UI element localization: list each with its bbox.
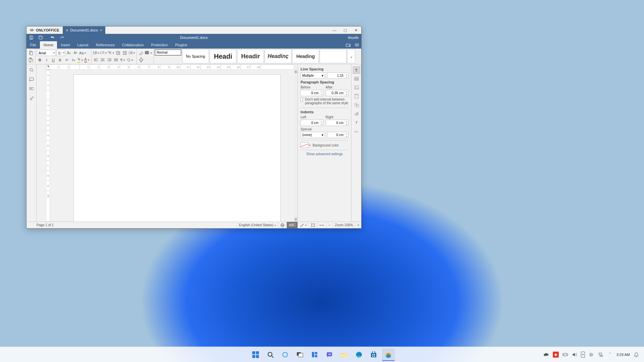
start-button[interactable]	[249, 348, 262, 361]
edge-button[interactable]	[353, 348, 365, 361]
gamepad-icon[interactable]	[562, 352, 568, 358]
style-no-spacing[interactable]: No Spacing	[182, 49, 209, 63]
language-selector[interactable]: English (United States)▴	[237, 222, 278, 228]
view-settings-button[interactable]	[353, 41, 361, 49]
zoom-out-button[interactable]: −	[326, 222, 332, 228]
taskbar-onlyoffice[interactable]	[382, 348, 395, 361]
superscript-button[interactable]: X²	[64, 57, 70, 63]
scroll-up-icon[interactable]: ▴	[294, 70, 298, 74]
volume-icon[interactable]	[572, 352, 578, 358]
battery-icon[interactable]	[588, 352, 594, 358]
background-color-picker[interactable]: ▾	[301, 142, 311, 148]
align-center-button[interactable]	[100, 57, 106, 63]
paragraph-tab-button[interactable]: ¶	[353, 66, 360, 74]
spacing-before-input[interactable]: ▴▾	[301, 90, 324, 96]
app-brand-tab[interactable]: ONLYOFFICE	[26, 26, 63, 34]
zoom-in-button[interactable]: +	[355, 222, 361, 228]
menu-protection[interactable]: Protection	[148, 41, 172, 49]
taskview-button[interactable]	[293, 348, 306, 361]
bullets-button[interactable]	[93, 50, 100, 56]
chat-button[interactable]	[323, 348, 336, 361]
multilevel-button[interactable]	[108, 50, 114, 56]
show-advanced-settings-link[interactable]: Show advanced settings	[301, 152, 348, 156]
horizontal-ruler[interactable]: 21123456789101112131415161718	[49, 64, 294, 70]
search-button[interactable]	[264, 348, 277, 361]
widgets-button[interactable]	[308, 348, 321, 361]
subscript-button[interactable]: X₂	[70, 57, 76, 63]
open-location-button[interactable]	[344, 41, 353, 49]
style-heading5[interactable]	[320, 49, 346, 63]
header-tab-button[interactable]	[353, 93, 360, 100]
special-indent-input[interactable]: ▴▾	[327, 132, 349, 138]
menu-home[interactable]: Home	[40, 41, 57, 49]
menu-layout[interactable]: Layout	[74, 41, 92, 49]
align-left-button[interactable]	[93, 57, 99, 63]
highlight-button[interactable]: ✎	[77, 57, 83, 63]
style-heading4[interactable]: Heading	[292, 49, 319, 63]
vertical-ruler[interactable]: 2112345678910	[46, 70, 50, 222]
chart-tab-button[interactable]	[353, 110, 360, 117]
zoom-indicator[interactable]: Zoom 100%	[332, 222, 355, 228]
comments-button[interactable]	[28, 76, 35, 83]
language-indicator[interactable]: A	[581, 352, 585, 358]
clear-style-button[interactable]	[138, 50, 144, 56]
document-tab[interactable]: ≡ Document1.docx ×	[63, 26, 105, 34]
page-indicator[interactable]: Page 1 of 1	[26, 223, 64, 227]
numbering-button[interactable]: 12	[100, 50, 107, 56]
menu-references[interactable]: References	[92, 41, 118, 49]
find-button[interactable]	[28, 66, 35, 74]
menu-file[interactable]: File	[26, 41, 40, 49]
indent-increase-button[interactable]	[122, 50, 128, 56]
underline-button[interactable]: U	[50, 57, 56, 63]
table-tab-button[interactable]	[353, 75, 360, 82]
menu-insert[interactable]: Insert	[57, 41, 74, 49]
page[interactable]	[73, 74, 281, 222]
feedback-button[interactable]	[28, 95, 35, 102]
tray-overflow-icon[interactable]: ˄	[607, 352, 613, 358]
explorer-button[interactable]	[338, 348, 351, 361]
signature-tab-button[interactable]	[353, 127, 360, 135]
page-viewport[interactable]	[50, 70, 294, 222]
strike-button[interactable]: S	[57, 57, 63, 63]
vertical-scrollbar[interactable]: ▴ ▾	[294, 70, 298, 222]
image-tab-button[interactable]	[353, 84, 360, 91]
font-name-input[interactable]: ▾	[37, 50, 56, 56]
anydesk-tray-icon[interactable]: ◆	[553, 352, 559, 358]
print-button[interactable]	[36, 34, 45, 41]
increase-font-button[interactable]: A▴	[66, 50, 72, 56]
fit-width-button[interactable]	[317, 222, 326, 228]
undo-button[interactable]	[48, 34, 57, 41]
shape-tab-button[interactable]	[353, 101, 360, 109]
menu-plugins[interactable]: Plugins	[171, 41, 191, 49]
onedrive-icon[interactable]	[543, 352, 549, 358]
change-case-button[interactable]: Aa	[79, 50, 86, 56]
line-spacing-mode-select[interactable]: Multiple▾	[301, 72, 325, 79]
copy-button[interactable]	[28, 50, 34, 56]
clock[interactable]: 3:29 AM	[616, 353, 630, 357]
trackchanges-button[interactable]: ▾	[298, 222, 309, 228]
menu-collaboration[interactable]: Collaboration	[118, 41, 148, 49]
textart-tab-button[interactable]: T	[353, 119, 360, 126]
line-spacing-button[interactable]	[128, 50, 135, 56]
decrease-font-button[interactable]: A▾	[72, 50, 78, 56]
font-color-button[interactable]: A	[84, 57, 90, 63]
network-icon[interactable]	[598, 352, 604, 358]
styles-expand-button[interactable]: ⌄	[347, 49, 355, 63]
indent-left-input[interactable]: ▴▾	[301, 120, 324, 126]
paste-button[interactable]	[28, 57, 34, 63]
cortana-button[interactable]	[279, 348, 291, 361]
copy-style-button[interactable]	[138, 57, 144, 63]
notifications-icon[interactable]	[633, 352, 639, 358]
shading-button[interactable]	[126, 57, 133, 63]
line-spacing-value-input[interactable]: ▴▾	[327, 72, 349, 79]
font-size-input[interactable]: ▾	[56, 50, 65, 56]
spacing-after-input[interactable]: ▴▾	[326, 90, 349, 96]
dont-add-interval-checkbox[interactable]: Don't add interval between paragraphs of…	[301, 98, 348, 105]
align-right-button[interactable]	[106, 57, 112, 63]
fit-page-button[interactable]	[309, 222, 317, 228]
indent-right-input[interactable]: ▴▾	[326, 120, 349, 126]
doclang-button[interactable]	[278, 222, 286, 228]
close-tab-icon[interactable]: ×	[100, 28, 102, 32]
nonprinting-button[interactable]: ¶	[120, 57, 126, 63]
minimize-button[interactable]: —	[329, 26, 340, 34]
